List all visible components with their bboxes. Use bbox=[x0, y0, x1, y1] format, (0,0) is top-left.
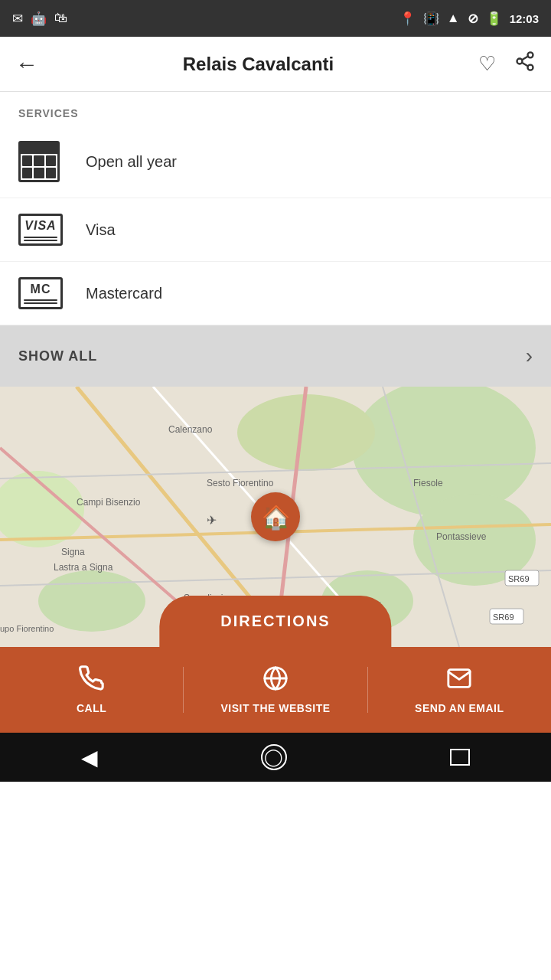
status-icons-left: ✉ 🤖 🛍 bbox=[12, 11, 67, 27]
service-item-mastercard: MC Mastercard bbox=[0, 262, 551, 325]
visit-website-button[interactable]: VISIT THE WEBSITE bbox=[184, 665, 367, 714]
svg-point-10 bbox=[237, 394, 375, 471]
directions-label: DIRECTIONS bbox=[220, 612, 330, 629]
status-bar: ✉ 🤖 🛍 📍 📳 ▲ ⊘ 🔋 12:03 bbox=[0, 0, 551, 37]
svg-text:Fiesole: Fiesole bbox=[413, 478, 443, 488]
service-label-open-all-year: Open all year bbox=[86, 153, 177, 171]
svg-text:Campi Bisenzio: Campi Bisenzio bbox=[77, 497, 141, 508]
svg-line-3 bbox=[522, 63, 528, 67]
visa-icon: VISA bbox=[18, 214, 80, 246]
service-label-mastercard: Mastercard bbox=[86, 285, 162, 302]
globe-icon bbox=[262, 665, 289, 697]
location-icon: 📍 bbox=[399, 11, 416, 27]
status-right: 📍 📳 ▲ ⊘ 🔋 12:03 bbox=[399, 11, 539, 27]
map-pin: 🏠 bbox=[251, 492, 300, 541]
svg-text:Signa: Signa bbox=[61, 547, 85, 557]
wifi-icon: ▲ bbox=[447, 11, 460, 26]
send-email-label: SEND AN EMAIL bbox=[415, 702, 504, 714]
send-email-button[interactable]: SEND AN EMAIL bbox=[368, 665, 551, 714]
vibrate-icon: 📳 bbox=[423, 11, 439, 27]
back-button[interactable]: ← bbox=[15, 51, 38, 77]
call-button[interactable]: CALL bbox=[0, 665, 183, 714]
show-all-label: SHOW ALL bbox=[18, 348, 97, 364]
recents-nav-icon[interactable] bbox=[450, 749, 470, 766]
map-view[interactable]: Calenzano Sesto Fiorentino Campi Bisenzi… bbox=[0, 387, 551, 647]
service-label-visa: Visa bbox=[86, 221, 116, 239]
bottom-action-bar: CALL VISIT THE WEBSITE SEND AN EMAIL bbox=[0, 647, 551, 733]
gmail-icon: ✉ bbox=[12, 11, 23, 27]
svg-text:Calenzano: Calenzano bbox=[168, 424, 213, 435]
phone-icon bbox=[79, 665, 105, 697]
calendar-icon bbox=[18, 141, 80, 182]
svg-text:✈: ✈ bbox=[207, 514, 217, 527]
back-nav-icon[interactable]: ◀ bbox=[81, 745, 98, 770]
signal-icon: ⊘ bbox=[468, 11, 478, 27]
services-section-label: SERVICES bbox=[0, 92, 551, 126]
svg-point-2 bbox=[528, 65, 533, 70]
header-actions: ♡ bbox=[478, 51, 536, 77]
svg-text:upo Fiorentino: upo Fiorentino bbox=[0, 624, 54, 633]
email-icon bbox=[446, 665, 472, 697]
mastercard-icon: MC bbox=[18, 277, 80, 309]
svg-text:Lastra a Signa: Lastra a Signa bbox=[54, 562, 113, 573]
service-item-visa: VISA Visa bbox=[0, 198, 551, 262]
android-icon: 🤖 bbox=[31, 11, 47, 27]
svg-point-1 bbox=[517, 59, 523, 64]
svg-line-4 bbox=[522, 57, 528, 60]
shop-icon: 🛍 bbox=[54, 11, 67, 26]
page-title: Relais Cavalcanti bbox=[183, 54, 334, 75]
service-item-open-all-year: Open all year bbox=[0, 126, 551, 198]
svg-text:SR69: SR69 bbox=[493, 612, 514, 622]
show-all-button[interactable]: SHOW ALL › bbox=[0, 325, 551, 387]
battery-icon: 🔋 bbox=[486, 11, 502, 27]
time: 12:03 bbox=[510, 12, 539, 25]
app-header: ← Relais Cavalcanti ♡ bbox=[0, 37, 551, 92]
favorite-button[interactable]: ♡ bbox=[478, 52, 496, 76]
chevron-right-icon: › bbox=[526, 344, 533, 368]
svg-text:Sesto Fiorentino: Sesto Fiorentino bbox=[207, 478, 274, 488]
system-nav-bar: ◀ ◯ bbox=[0, 733, 551, 782]
svg-text:SR69: SR69 bbox=[508, 574, 530, 583]
share-button[interactable] bbox=[514, 51, 536, 77]
svg-text:Pontassieve: Pontassieve bbox=[436, 531, 487, 542]
home-nav-icon[interactable]: ◯ bbox=[261, 744, 287, 770]
directions-button[interactable]: DIRECTIONS bbox=[159, 596, 391, 647]
pin-house-icon: 🏠 bbox=[262, 504, 290, 531]
svg-point-0 bbox=[528, 52, 533, 57]
visit-website-label: VISIT THE WEBSITE bbox=[220, 702, 330, 714]
call-label: CALL bbox=[77, 702, 106, 714]
svg-point-9 bbox=[38, 570, 145, 632]
